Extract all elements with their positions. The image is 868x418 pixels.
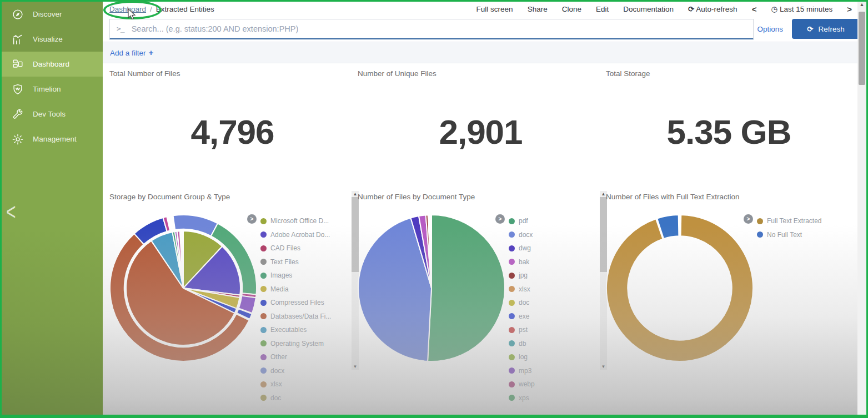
pie-segment-full-text-extracted[interactable] (606, 215, 753, 361)
legend-item-pdf[interactable]: pdf (509, 214, 592, 228)
legend-item-db[interactable]: db (509, 337, 592, 351)
legend-color-dot (509, 259, 515, 265)
time-forward-icon[interactable]: > (847, 4, 852, 14)
sidebar-item-label: Timelion (33, 85, 61, 93)
legend-color-dot (260, 273, 267, 279)
legend-label: Microsoft Office D... (270, 217, 329, 225)
metric-panel-total-files: Total Number of Files 4,796 (108, 63, 357, 187)
legend-color-dot (509, 367, 515, 374)
pie-segment-pdf[interactable] (428, 215, 505, 361)
metric-value: 5.35 GB (605, 112, 853, 152)
page-scrollbar-thumb[interactable] (859, 12, 865, 85)
menu-item-documentation[interactable]: Documentation (623, 5, 674, 13)
legend-item-text-files[interactable]: Text Files (260, 255, 344, 269)
search-input[interactable] (132, 24, 747, 33)
page-scrollbar[interactable]: ▲ (857, 2, 866, 415)
panel-title: Number of Files by Document Type (357, 187, 605, 201)
menu-item-full-screen[interactable]: Full screen (476, 5, 513, 13)
legend-color-dot (260, 231, 267, 238)
pie-chart[interactable] (357, 209, 508, 405)
column-3: Total Storage 5.35 GB Number of Files wi… (605, 63, 853, 415)
legend-label: bak (519, 258, 529, 266)
chart-area: >pdfdocxdwgbakjpgxlsxdocexepstdblogmp3we… (357, 209, 605, 405)
legend-color-dot (260, 367, 267, 374)
dashboard-menu: Full screenShareCloneEditDocumentation⟳ … (476, 4, 852, 14)
sidebar-item-dev-tools[interactable]: Dev Tools (2, 102, 103, 127)
breadcrumb-dashboard-link[interactable]: Dashboard (109, 5, 146, 13)
sidebar-item-management[interactable]: Management (2, 127, 103, 152)
legend-item-docx[interactable]: docx (509, 228, 592, 242)
legend-item-jpg[interactable]: jpg (509, 269, 592, 283)
legend-item-dwg[interactable]: dwg (509, 241, 592, 255)
sidebar-item-label: Dev Tools (33, 110, 66, 118)
legend-color-dot (260, 395, 267, 401)
filter-bar: Add a filter+ (103, 42, 866, 63)
legend-item-microsoft-office-d[interactable]: Microsoft Office D... (260, 214, 344, 228)
legend-item-bak[interactable]: bak (509, 255, 592, 269)
legend-toggle-icon[interactable]: > (495, 214, 505, 224)
legend-color-dot (509, 327, 515, 333)
sidebar-item-timelion[interactable]: Timelion (2, 77, 103, 102)
legend-color-dot (509, 313, 515, 319)
legend-label: Adobe Acrobat Do... (270, 231, 330, 239)
legend-color-dot (509, 273, 515, 279)
time-range-picker[interactable]: ◷ Last 15 minutes (771, 4, 832, 13)
legend-label: Databases/Data Fi... (270, 313, 331, 320)
legend-item-xlsx[interactable]: xlsx (509, 283, 592, 296)
legend-item-full-text-extracted[interactable]: Full Text Extracted (757, 214, 840, 228)
time-back-icon[interactable]: < (752, 4, 757, 14)
panel-title: Storage by Document Group & Type (108, 187, 357, 201)
legend-item-docx[interactable]: docx (260, 364, 344, 378)
refresh-button[interactable]: ⟳ Refresh (792, 19, 860, 39)
legend-item-adobe-acrobat-do[interactable]: Adobe Acrobat Do... (260, 228, 344, 242)
chart-legend: >Microsoft Office D...Adobe Acrobat Do..… (260, 209, 344, 405)
kibana-dashboard-app: DiscoverVisualize DashboardTimelionDev T… (0, 0, 868, 418)
menu-item-edit[interactable]: Edit (596, 5, 609, 13)
legend-toggle-icon[interactable]: > (247, 214, 257, 224)
legend-label: Images (270, 271, 292, 279)
legend-color-dot (260, 218, 267, 224)
menu-item-clone[interactable]: Clone (562, 5, 581, 13)
legend-item-webp[interactable]: webp (509, 377, 592, 391)
legend-item-exe[interactable]: exe (509, 310, 592, 324)
legend-item-databases-data-fi[interactable]: Databases/Data Fi... (260, 310, 344, 324)
legend-label: CAD Files (270, 244, 300, 252)
legend-item-cad-files[interactable]: CAD Files (260, 241, 344, 255)
legend-item-doc[interactable]: doc (260, 391, 344, 405)
sidebar-top-section: DiscoverVisualize (2, 2, 103, 52)
sunburst-pie-chart[interactable] (108, 209, 259, 405)
legend-item-media[interactable]: Media (260, 283, 344, 296)
legend-item-xps[interactable]: xps (509, 391, 592, 405)
scroll-up-icon[interactable]: ▲ (857, 2, 866, 8)
auto-refresh-button[interactable]: ⟳ Auto-refresh (688, 4, 737, 13)
sidebar-item-discover[interactable]: Discover (2, 2, 103, 27)
legend-label: mp3 (519, 367, 531, 375)
legend-item-operating-system[interactable]: Operating System (260, 337, 344, 351)
legend-label: Compressed Files (270, 299, 324, 306)
legend-item-log[interactable]: log (509, 350, 592, 364)
legend-toggle-icon[interactable]: > (744, 214, 753, 224)
legend-item-images[interactable]: Images (260, 269, 344, 283)
legend-item-other[interactable]: Other (260, 350, 344, 364)
legend-item-compressed-files[interactable]: Compressed Files (260, 296, 344, 310)
menu-item-share[interactable]: Share (528, 5, 548, 13)
legend-label: xps (519, 394, 529, 402)
legend-color-dot (757, 231, 763, 238)
sidebar-item-dashboard[interactable]: Dashboard (2, 52, 103, 77)
options-link[interactable]: Options (757, 25, 783, 33)
chart-area: >Microsoft Office D...Adobe Acrobat Do..… (108, 209, 357, 405)
sidebar-item-visualize[interactable]: Visualize (2, 27, 103, 52)
legend-color-dot (509, 340, 515, 346)
legend-item-mp3[interactable]: mp3 (509, 364, 592, 378)
legend-item-executables[interactable]: Executables (260, 323, 344, 337)
legend-item-no-full-text[interactable]: No Full Text (757, 228, 840, 242)
legend-item-xlsx[interactable]: xlsx (260, 377, 344, 391)
donut-chart[interactable] (605, 209, 756, 377)
legend-item-doc[interactable]: doc (509, 296, 592, 310)
chart-panel-full-text-extraction: Number of Files with Full Text Extractio… (605, 187, 853, 415)
legend-item-pst[interactable]: pst (509, 323, 592, 337)
sidebar-main-section: DashboardTimelionDev ToolsManagement (2, 52, 103, 152)
sidebar-collapse-button[interactable]: < (6, 199, 16, 225)
add-filter-button[interactable]: Add a filter+ (110, 48, 153, 57)
chart-legend: >Full Text ExtractedNo Full Text (757, 209, 840, 377)
